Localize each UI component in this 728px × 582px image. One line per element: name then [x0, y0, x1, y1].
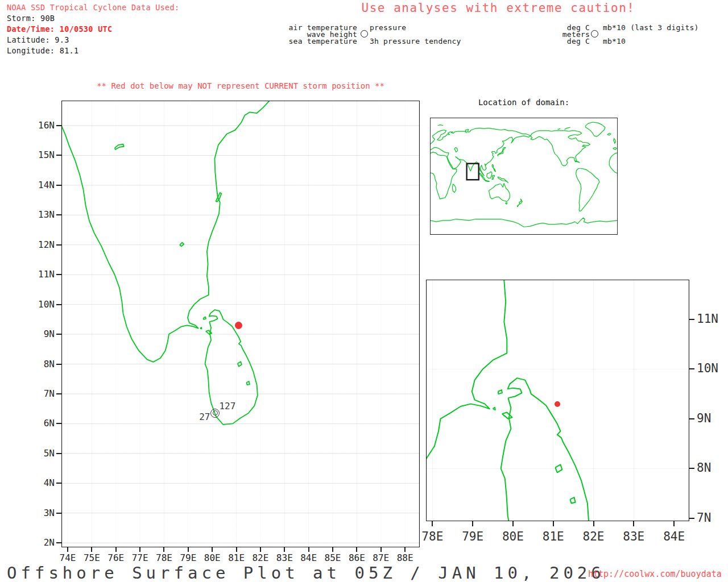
axis-tick	[163, 547, 164, 552]
axis-tick-label: 86E	[344, 552, 370, 563]
legend-pressure-units: mb*10 (last 3 digits)	[603, 23, 699, 32]
caution-banner: Use analyses with extreme caution!	[353, 1, 644, 15]
axis-tick	[380, 547, 382, 552]
axis-tick-label: 3N	[30, 508, 55, 518]
axis-tick-label: 2N	[30, 537, 55, 548]
axis-tick-label: 80E	[496, 530, 530, 543]
axis-tick-label: 8N	[30, 359, 55, 369]
axis-tick-label: 12N	[30, 239, 55, 250]
axis-tick	[91, 547, 92, 552]
axis-tick-label: 79E	[175, 552, 201, 563]
axis-tick	[284, 547, 285, 552]
axis-tick-label: 74E	[55, 552, 81, 563]
axis-tick-label: 75E	[78, 552, 105, 563]
axis-tick	[56, 304, 61, 305]
axis-tick	[472, 521, 473, 526]
axis-tick	[212, 547, 213, 552]
legend-pressure: pressure	[370, 23, 406, 32]
axis-tick	[56, 483, 61, 484]
header-source-line: NOAA SSD Tropical Cyclone Data Used:	[7, 3, 179, 12]
axis-tick	[56, 185, 61, 186]
axis-tick-label: 10N	[697, 361, 718, 375]
axis-tick-label: 4N	[30, 477, 55, 488]
axis-tick-label: 80E	[199, 552, 225, 563]
storm-position-warning: ** Red dot below may NOT represent CURRE…	[61, 81, 420, 90]
axis-tick	[260, 547, 261, 552]
axis-tick-label: 87E	[368, 552, 394, 563]
axis-tick	[236, 547, 237, 552]
axis-tick	[553, 521, 554, 526]
axis-tick-label: 78E	[151, 552, 177, 563]
axis-tick-label: 10N	[30, 299, 55, 310]
axis-tick-label: 15N	[30, 149, 55, 160]
header-datetime-line: Date/Time: 10/0530 UTC	[7, 24, 112, 34]
axis-tick	[56, 244, 61, 246]
header-storm-line: Storm: 90B	[7, 14, 55, 23]
plot-title: Offshore Surface Plot at 05Z / JAN 10, 2…	[7, 563, 605, 582]
axis-tick-label: 16N	[30, 120, 55, 131]
axis-tick-label: 84E	[657, 530, 691, 543]
axis-tick	[593, 521, 594, 526]
axis-tick-label: 14N	[30, 180, 55, 190]
legend-tendency-units: mb*10	[603, 37, 626, 45]
axis-tick-label: 88E	[392, 552, 418, 563]
axis-tick	[188, 547, 189, 552]
axis-tick	[308, 547, 309, 552]
axis-tick	[432, 521, 433, 526]
world-inset-map	[430, 118, 618, 235]
legend-pressure-tendency: 3h pressure tendency	[370, 37, 461, 45]
axis-tick-label: 11N	[30, 269, 55, 280]
inset-map-title: Location of domain:	[430, 98, 618, 107]
axis-tick	[115, 547, 117, 552]
axis-tick-label: 76E	[103, 552, 129, 563]
weather-plot-canvas: NOAA SSD Tropical Cyclone Data Used: Sto…	[0, 0, 728, 582]
axis-tick-label: 83E	[271, 552, 297, 563]
axis-tick	[689, 518, 694, 519]
header-latitude-line: Latitude: 9.3	[7, 35, 69, 44]
station-sea-temperature-value: 27	[188, 411, 210, 422]
axis-tick	[512, 521, 514, 526]
source-url: http://coolwx.com/buoydata	[588, 569, 722, 579]
axis-tick-label: 85E	[320, 552, 346, 563]
axis-tick	[56, 274, 61, 275]
axis-tick	[56, 214, 61, 215]
main-map: 16N15N14N13N12N11N10N9N8N7N6N5N4N3N2N74E…	[61, 101, 420, 547]
axis-tick-label: 82E	[247, 552, 274, 563]
axis-tick-label: 84E	[296, 552, 322, 563]
axis-tick-label: 6N	[30, 418, 55, 429]
axis-tick-label: 81E	[224, 552, 250, 563]
axis-tick-label: 9N	[697, 411, 711, 425]
axis-tick-label: 82E	[577, 530, 611, 543]
axis-tick	[56, 423, 61, 424]
axis-tick	[56, 125, 61, 126]
axis-tick	[689, 468, 694, 469]
storm-dot	[555, 401, 560, 407]
axis-tick	[67, 547, 68, 552]
station-pressure-value: 127	[219, 401, 235, 411]
station-circle-icon	[361, 30, 368, 38]
axis-tick-label: 5N	[30, 448, 55, 459]
axis-tick	[404, 547, 406, 552]
axis-tick	[689, 418, 694, 419]
axis-tick	[633, 521, 634, 526]
axis-tick	[332, 547, 333, 552]
axis-tick-label: 13N	[30, 209, 55, 220]
axis-tick	[356, 547, 357, 552]
axis-tick	[56, 393, 61, 394]
axis-tick	[689, 319, 694, 320]
axis-tick	[673, 521, 675, 526]
axis-tick-label: 83E	[617, 530, 651, 543]
axis-tick	[56, 542, 61, 543]
axis-tick	[139, 547, 140, 552]
axis-tick	[56, 364, 61, 365]
axis-tick	[56, 334, 61, 335]
axis-tick-label: 7N	[697, 511, 711, 525]
axis-tick	[56, 513, 61, 514]
axis-tick-label: 78E	[415, 530, 449, 543]
axis-tick	[689, 368, 694, 369]
axis-tick-label: 8N	[697, 461, 711, 475]
station-circle-icon	[591, 30, 598, 38]
axis-tick	[56, 155, 61, 156]
axis-tick-label: 7N	[30, 388, 55, 399]
header-longitude-line: Longitude: 81.1	[7, 46, 78, 55]
